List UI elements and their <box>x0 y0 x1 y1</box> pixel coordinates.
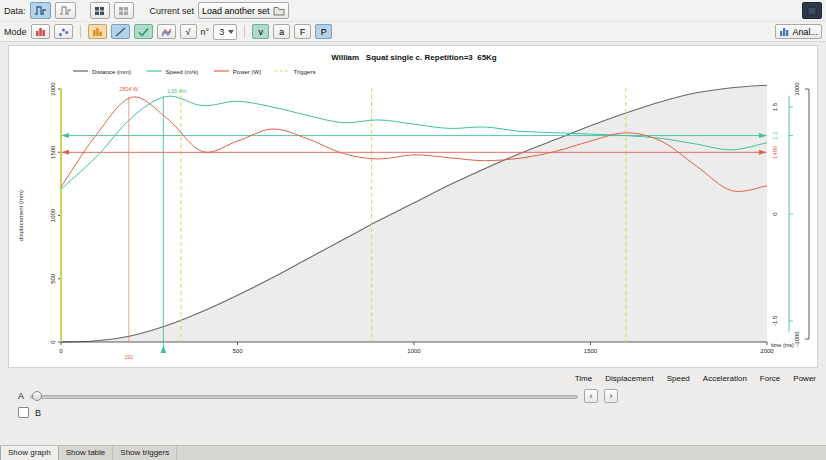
signal-view-button[interactable] <box>30 2 51 19</box>
signal-view-secondary-button[interactable] <box>55 2 76 19</box>
svg-text:Triggers: Triggers <box>294 69 316 75</box>
grid-icon <box>118 6 129 16</box>
svg-text:1.1: 1.1 <box>772 131 778 140</box>
speed-toggle-label: v <box>258 27 263 37</box>
column-header-power: Power <box>793 374 816 383</box>
time-slider-a[interactable] <box>30 390 578 402</box>
force-toggle-label: F <box>300 27 306 37</box>
results-panel: Time Displacement Speed Acceleration For… <box>8 370 818 430</box>
curves-mode-button[interactable] <box>134 24 153 39</box>
slider-track[interactable] <box>30 395 578 399</box>
b-label: B <box>35 408 41 418</box>
line-mode-button[interactable] <box>111 24 130 39</box>
svg-text:William Squat single c. Repe: William Squat single c. Repetition=3 65K… <box>331 53 497 62</box>
column-header-acceleration: Acceleration <box>703 374 747 383</box>
graph-panel: 0500100015002000time (ms)050010001500200… <box>8 45 818 368</box>
bars-mode-button[interactable] <box>31 24 50 39</box>
column-header-speed: Speed <box>667 374 690 383</box>
speed-toggle-button[interactable]: v <box>252 24 269 39</box>
superpose-button[interactable] <box>157 24 176 39</box>
svg-text:500: 500 <box>50 273 56 284</box>
analyze-label: Anal... <box>792 27 818 37</box>
slider-b-row: B <box>18 407 41 418</box>
points-mode-button[interactable] <box>54 24 73 39</box>
svg-text:0: 0 <box>50 340 56 344</box>
matrix-view-secondary-button[interactable] <box>114 2 134 19</box>
encoder-graph: 0500100015002000time (ms)050010001500200… <box>9 46 817 367</box>
sqrt-label: √ <box>186 27 191 37</box>
bottom-tabbar: Show graph Show table Show triggers <box>0 445 826 460</box>
device-button[interactable] <box>802 2 822 19</box>
svg-text:2804 W: 2804 W <box>119 86 139 92</box>
waveform-icon <box>59 5 72 16</box>
tab-show-triggers[interactable]: Show triggers <box>113 446 177 460</box>
current-set-label: Current set <box>150 6 195 16</box>
next-sample-button[interactable]: › <box>604 389 618 403</box>
svg-text:1500: 1500 <box>50 145 56 159</box>
power-toggle-button[interactable]: P <box>315 24 332 39</box>
mode-toolbar: Mode √ n° 3 v a F P Anal... <box>0 22 826 42</box>
slider-a-label: A <box>18 391 24 401</box>
svg-text:1.5: 1.5 <box>772 102 778 111</box>
slider-handle[interactable] <box>32 391 42 401</box>
svg-text:1500: 1500 <box>584 348 598 354</box>
svg-text:500: 500 <box>232 348 243 354</box>
result-column-headers: Time Displacement Speed Acceleration For… <box>575 374 816 383</box>
tab-show-table[interactable]: Show table <box>59 446 114 460</box>
svg-text:-3000: -3000 <box>794 331 800 347</box>
data-label: Data: <box>4 6 26 16</box>
column-header-force: Force <box>760 374 780 383</box>
sqrt-button[interactable]: √ <box>180 24 197 39</box>
rep-count-select[interactable]: 3 <box>213 24 237 40</box>
n-label: n° <box>201 27 210 37</box>
analyze-icon <box>779 27 789 37</box>
analyze-button[interactable]: Anal... <box>775 24 822 39</box>
slider-a-row: A ‹ › <box>18 389 818 403</box>
mode-label: Mode <box>4 27 27 37</box>
svg-text:time (ms): time (ms) <box>771 342 794 348</box>
powerbars-mode-button[interactable] <box>88 24 107 39</box>
accel-toggle-button[interactable]: a <box>273 24 290 39</box>
waveform-icon <box>34 5 47 16</box>
svg-text:1.65 m/s: 1.65 m/s <box>167 88 187 94</box>
check-icon <box>138 27 149 37</box>
tab-show-graph[interactable]: Show graph <box>0 446 59 460</box>
force-toggle-button[interactable]: F <box>294 24 311 39</box>
rep-count-value: 3 <box>219 27 224 37</box>
svg-text:Distance (mm): Distance (mm) <box>92 69 131 75</box>
grid-icon <box>94 6 105 16</box>
load-set-button[interactable]: Load another set <box>198 2 289 19</box>
diagonal-line-icon <box>115 27 126 37</box>
data-toolbar: Data: Current set Load another set <box>0 0 826 22</box>
svg-text:3000: 3000 <box>794 82 800 96</box>
svg-text:1480: 1480 <box>772 145 778 159</box>
svg-text:-1.5: -1.5 <box>772 315 778 326</box>
accel-toggle-label: a <box>279 27 284 37</box>
overlay-icon <box>161 27 172 37</box>
svg-text:192: 192 <box>125 354 134 360</box>
b-checkbox[interactable] <box>18 407 29 418</box>
svg-text:displacement (mm): displacement (mm) <box>18 190 24 241</box>
svg-text:Power (W): Power (W) <box>233 69 261 75</box>
scatter-icon <box>58 27 69 37</box>
svg-text:2000: 2000 <box>50 82 56 96</box>
red-bars-icon <box>35 27 46 37</box>
svg-text:Speed (m/s): Speed (m/s) <box>166 69 199 75</box>
orange-bars-icon <box>92 27 103 37</box>
column-header-time: Time <box>575 374 592 383</box>
svg-text:0: 0 <box>59 348 63 354</box>
svg-text:2000: 2000 <box>760 348 774 354</box>
svg-text:1000: 1000 <box>50 208 56 222</box>
prev-sample-button[interactable]: ‹ <box>584 389 598 403</box>
column-header-displacement: Displacement <box>605 374 653 383</box>
svg-text:0: 0 <box>772 212 778 216</box>
chronopic-icon <box>807 6 817 16</box>
load-set-button-label: Load another set <box>202 6 270 16</box>
dropdown-arrow-icon <box>228 30 234 34</box>
matrix-view-button[interactable] <box>90 2 110 19</box>
power-toggle-label: P <box>321 27 327 37</box>
svg-text:1000: 1000 <box>407 348 421 354</box>
folder-icon <box>273 6 285 16</box>
